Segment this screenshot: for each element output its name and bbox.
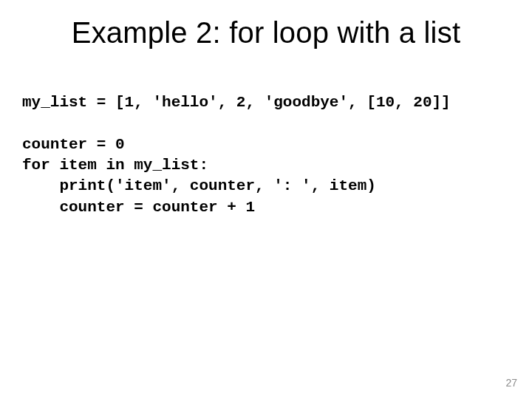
page-number: 27 bbox=[505, 377, 517, 389]
code-block: my_list = [1, 'hello', 2, 'goodbye', [10… bbox=[22, 92, 451, 218]
slide-title: Example 2: for loop with a list bbox=[0, 16, 532, 50]
slide: Example 2: for loop with a list my_list … bbox=[0, 0, 532, 399]
